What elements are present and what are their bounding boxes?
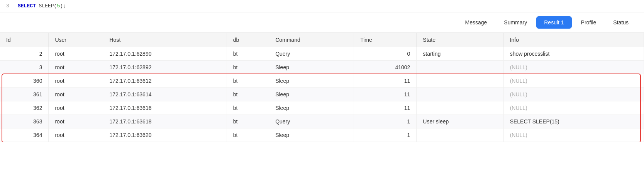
table-cell: 172.17.0.1:63612 <box>103 74 227 88</box>
col-state: State <box>417 33 503 47</box>
table-row: 361root172.17.0.1:63614btSleep11(NULL) <box>0 88 644 101</box>
table-row: 360root172.17.0.1:63612btSleep11(NULL) <box>0 74 644 88</box>
table-cell <box>417 61 503 74</box>
table-cell <box>417 88 503 101</box>
table-cell: Sleep <box>269 101 354 115</box>
table-cell <box>417 101 503 115</box>
table-cell: Query <box>269 115 354 128</box>
col-host: Host <box>103 33 227 47</box>
table-row: 363root172.17.0.1:63618btQuery1User slee… <box>0 115 644 128</box>
table-cell: (NULL) <box>503 88 644 101</box>
table-cell: 2 <box>0 47 49 61</box>
table-cell: show processlist <box>503 47 644 61</box>
table-cell: Sleep <box>269 74 354 88</box>
table-row: 2root172.17.0.1:62890btQuery0startingsho… <box>0 47 644 61</box>
table-cell: (NULL) <box>503 74 644 88</box>
table-cell: 363 <box>0 115 49 128</box>
code-section: 3 SELECT SLEEP(5); <box>0 0 644 12</box>
table-container: Id User Host db Command Time State Info … <box>0 33 644 142</box>
table-cell <box>417 74 503 88</box>
table-cell: 0 <box>354 47 417 61</box>
results-table: Id User Host db Command Time State Info … <box>0 33 644 142</box>
table-section: Id User Host db Command Time State Info … <box>0 33 644 142</box>
table-cell: 172.17.0.1:63614 <box>103 88 227 101</box>
table-cell: 361 <box>0 88 49 101</box>
table-cell: starting <box>417 47 503 61</box>
table-cell: 1 <box>354 115 417 128</box>
table-cell: 362 <box>0 101 49 115</box>
summary-tab[interactable]: Summary <box>496 16 535 29</box>
table-cell: 360 <box>0 74 49 88</box>
col-db: db <box>227 33 269 47</box>
table-cell: 1 <box>354 128 417 142</box>
table-cell <box>417 128 503 142</box>
table-cell: bt <box>227 128 269 142</box>
table-cell: bt <box>227 115 269 128</box>
table-cell: 11 <box>354 101 417 115</box>
table-cell: 11 <box>354 88 417 101</box>
col-info: Info <box>503 33 644 47</box>
table-cell: root <box>49 115 103 128</box>
table-cell: 3 <box>0 61 49 74</box>
table-cell: bt <box>227 61 269 74</box>
table-cell: 172.17.0.1:62892 <box>103 61 227 74</box>
table-cell: Sleep <box>269 88 354 101</box>
code-body: SLEEP(5); <box>36 3 66 9</box>
table-cell: 172.17.0.1:62890 <box>103 47 227 61</box>
table-cell: Query <box>269 47 354 61</box>
table-cell: (NULL) <box>503 101 644 115</box>
table-row: 3root172.17.0.1:62892btSleep41002(NULL) <box>0 61 644 74</box>
col-id: Id <box>0 33 49 47</box>
table-cell: bt <box>227 88 269 101</box>
table-cell: 172.17.0.1:63616 <box>103 101 227 115</box>
table-cell: bt <box>227 74 269 88</box>
table-cell: root <box>49 88 103 101</box>
message-tab[interactable]: Message <box>458 16 495 29</box>
result1-tab[interactable]: Result 1 <box>536 16 571 29</box>
keyword-select: SELECT <box>18 3 36 9</box>
table-cell: root <box>49 74 103 88</box>
table-cell: 364 <box>0 128 49 142</box>
col-time: Time <box>354 33 417 47</box>
profile-tab[interactable]: Profile <box>573 16 604 29</box>
table-cell: 172.17.0.1:63618 <box>103 115 227 128</box>
line-number: 3 <box>6 3 18 9</box>
table-row: 364root172.17.0.1:63620btSleep1(NULL) <box>0 128 644 142</box>
table-cell: root <box>49 61 103 74</box>
toolbar: Message Summary Result 1 Profile Status <box>0 12 644 33</box>
table-cell: SELECT SLEEP(15) <box>503 115 644 128</box>
table-cell: Sleep <box>269 128 354 142</box>
table-cell: bt <box>227 47 269 61</box>
table-cell: bt <box>227 101 269 115</box>
table-cell: root <box>49 128 103 142</box>
table-cell: 11 <box>354 74 417 88</box>
table-cell: root <box>49 101 103 115</box>
table-cell: Sleep <box>269 61 354 74</box>
table-cell: (NULL) <box>503 61 644 74</box>
col-user: User <box>49 33 103 47</box>
table-row: 362root172.17.0.1:63616btSleep11(NULL) <box>0 101 644 115</box>
table-header-row: Id User Host db Command Time State Info <box>0 33 644 47</box>
table-cell: 172.17.0.1:63620 <box>103 128 227 142</box>
col-command: Command <box>269 33 354 47</box>
table-cell: User sleep <box>417 115 503 128</box>
table-cell: root <box>49 47 103 61</box>
code-content: SELECT SLEEP(5); <box>18 3 66 9</box>
status-tab[interactable]: Status <box>605 16 636 29</box>
table-cell: 41002 <box>354 61 417 74</box>
table-cell: (NULL) <box>503 128 644 142</box>
